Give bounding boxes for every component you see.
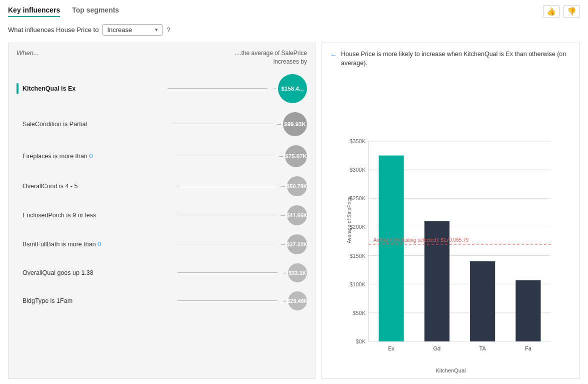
x-tick-label: TA [479,345,486,351]
thumbs-up-button[interactable]: 👍 [543,5,560,18]
y-tick-label: $150K [350,253,366,259]
arrow-icon: → [278,152,284,160]
tabs-right: 👍 👎 [543,5,580,18]
chart-area: Average of SalePrice $0K$50K$100K$150K$2… [330,73,572,373]
influencer-label: SaleCondition is Partial [22,121,170,128]
influencer-line [176,186,276,186]
bar-chart-svg: $0K$50K$100K$150K$200K$250K$300K$350KExG… [341,136,561,366]
when-label: When... [16,49,39,57]
arrow-icon: → [270,85,277,92]
influencer-row[interactable]: OverallQual goes up 1.38 → $32.1K [16,263,307,282]
influencer-row[interactable]: Fireplaces is more than 0 → $75.07K [16,145,307,167]
influencer-line [168,88,268,89]
influencer-bubble: $29.46K [288,291,307,310]
main-container: Key influencers Top segments 👍 👎 What in… [0,0,588,384]
average-line-label: Average (excluding selected): $170,065.7… [374,237,468,243]
thumbs-down-button[interactable]: 👎 [564,5,580,18]
arrow-icon: → [280,182,286,190]
tabs-left: Key influencers Top segments [8,6,119,17]
left-header: When... ....the average of SalePriceincr… [16,49,307,66]
x-tick-label: Gd [433,345,440,351]
chevron-down-icon: ▾ [155,27,158,33]
bar[interactable] [378,156,404,341]
influencer-row[interactable]: OverallCond is 4 - 5 → $50.78K [16,176,307,196]
bar[interactable] [470,261,495,341]
arrow-icon: → [280,240,286,248]
bar-chart-wrapper: Average of SalePrice $0K$50K$100K$150K$2… [330,73,572,366]
left-panel: When... ....the average of SalePriceincr… [8,43,316,379]
influencer-row[interactable]: BldgType is 1Fam → $29.46K [16,291,307,310]
chart-description: House Price is more likely to increase w… [341,50,572,68]
tab-key-influencers[interactable]: Key influencers [8,6,60,17]
influencer-label: OverallQual goes up 1.38 [22,269,174,276]
tabs-row: Key influencers Top segments 👍 👎 [8,5,580,18]
right-panel: ← House Price is more likely to increase… [322,43,580,379]
y-tick-label: $0K [356,338,366,344]
arrow-icon: → [280,269,287,276]
influencer-list: KitchenQual is Ex → $158.4... SaleCondit… [16,74,307,310]
y-tick-label: $350K [350,138,366,144]
influencer-bubble: $37.22K [287,234,307,254]
influencer-bubble: $41.66K [287,205,307,225]
main-content: When... ....the average of SalePriceincr… [8,43,580,379]
right-header: ← House Price is more likely to increase… [330,50,572,68]
bar[interactable] [516,280,540,341]
dropdown-value: Increase [107,26,132,34]
influencer-line [176,215,276,215]
question-row: What influences House Price to Increase … [8,24,580,36]
back-arrow-icon[interactable]: ← [330,51,337,61]
influence-dropdown[interactable]: Increase ▾ [102,24,162,36]
influencer-row[interactable]: BsmtFullBath is more than 0 → $37.22K [16,234,307,254]
y-tick-label: $300K [350,167,366,173]
y-tick-label: $50K [352,310,366,316]
arrow-icon: → [280,211,286,219]
influencer-label: BldgType is 1Fam [22,297,174,304]
influencer-bubble: $75.07K [285,145,307,167]
tab-top-segments[interactable]: Top segments [72,6,119,17]
y-axis-label: Average of SalePrice [346,196,352,243]
help-icon[interactable]: ? [166,26,170,34]
question-prefix: What influences House Price to [8,26,98,34]
influencer-label: KitchenQual is Ex [22,85,164,92]
influencer-line [178,300,278,301]
arrow-icon: → [280,297,287,304]
influencer-bubble: $158.4... [278,74,307,103]
x-axis-label: KitchenQual [330,367,572,373]
influencer-row[interactable]: SaleCondition is Partial → $99.93K [16,112,307,136]
influencer-bubble: $50.78K [287,176,307,196]
y-tick-label: $100K [350,281,366,287]
influencer-label: OverallCond is 4 - 5 [22,183,174,190]
influencer-line [176,244,276,244]
influencer-label: Fireplaces is more than 0 [22,153,172,160]
selected-indicator [16,83,18,94]
arrow-icon: → [276,120,282,128]
influencer-bubble: $99.93K [283,112,307,136]
increases-label: ....the average of SalePriceincreases by [234,49,307,66]
influencer-row[interactable]: KitchenQual is Ex → $158.4... [16,74,307,103]
influencer-line [174,156,274,156]
influencer-line [172,124,272,124]
influencer-bubble: $32.1K [288,263,307,282]
influencer-line [178,272,278,273]
x-tick-label: Ex [388,345,394,351]
x-tick-label: Fa [524,345,532,351]
influencer-row[interactable]: EnclosedPorch is 9 or less → $41.66K [16,205,307,225]
influencer-label: EnclosedPorch is 9 or less [22,212,174,219]
influencer-label: BsmtFullBath is more than 0 [22,241,174,248]
